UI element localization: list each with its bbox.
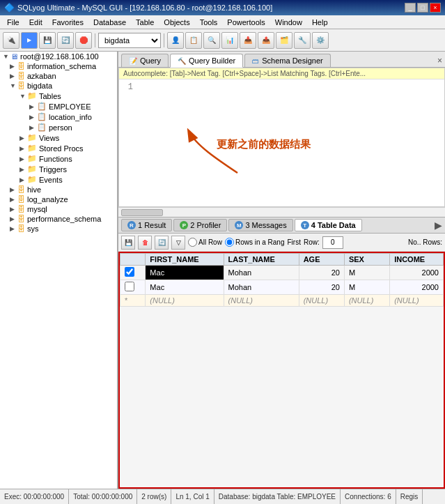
table-row[interactable]: Mac Mohan 20 M 2000 [120,280,444,295]
cell-last-name[interactable]: Mohan [224,266,299,280]
tree-table-location_info[interactable]: ▶ 📋 location_info [0,112,117,122]
col-last-name[interactable]: LAST_NAME [224,254,299,266]
tree-db-azkaban[interactable]: ▶ 🗄 azkaban [0,71,117,81]
cell-last-name-null[interactable]: (NULL) [224,295,299,307]
menu-powertools[interactable]: Powertools [223,17,269,28]
toolbar-user[interactable]: 👤 [167,32,184,49]
cell-income-null[interactable]: (NULL) [390,295,444,307]
tree-folder-functions[interactable]: ▶ 📁 Functions [0,153,117,164]
table-icon: 📋 [37,112,47,121]
data-table-container[interactable]: FIRST_NAME LAST_NAME AGE SEX INCOME Mac … [118,252,445,489]
minimize-button[interactable]: _ [405,3,416,13]
hscroll-area[interactable] [118,207,445,217]
tree-folder-triggers[interactable]: ▶ 📁 Triggers [0,164,117,174]
rows-in-range-radio[interactable] [225,238,234,247]
tree-folder-tables[interactable]: ▼ 📁 Tables [0,91,117,101]
menu-objects[interactable]: Objects [159,17,194,28]
tree-folder-views[interactable]: ▶ 📁 Views [0,132,117,143]
cell-income[interactable]: 2000 [390,266,444,280]
toolbar-more1[interactable]: 🗂️ [276,32,292,49]
next-tab-button[interactable]: ▶ [435,220,442,231]
cell-age[interactable]: 20 [299,280,344,295]
tree-db-hive[interactable]: ▶ 🗄 hive [0,185,117,194]
expand-icon: ▶ [29,103,35,110]
cell-first-name[interactable]: Mac [146,266,224,280]
all-rows-label[interactable]: All Row [188,238,222,247]
tab-profiler[interactable]: P 2 Profiler [173,219,227,231]
tree-db-bigdata[interactable]: ▼ 🗄 bigdata [0,81,117,91]
col-age[interactable]: AGE [299,254,344,266]
restore-button[interactable]: □ [417,3,428,13]
table-save-btn[interactable]: 💾 [121,236,135,250]
toolbar-refresh[interactable]: 🔄 [57,32,74,49]
all-rows-radio[interactable] [188,238,197,247]
tree-db-information_schema[interactable]: ▶ 🗄 information_schema [0,61,117,71]
toolbar-import[interactable]: 📥 [240,32,256,49]
toolbar-more2[interactable]: 🔧 [294,32,311,49]
toolbar-new-connection[interactable]: 🔌 [3,32,19,49]
tab-messages[interactable]: M 3 Messages [228,219,292,231]
tree-folder-events[interactable]: ▶ 📁 Events [0,174,117,185]
menu-favorites[interactable]: Favorites [48,17,88,28]
cell-first-name-null[interactable]: (NULL) [146,295,224,307]
tree-db-performance_schema[interactable]: ▶ 🗄 performance_schema [0,214,117,224]
menu-window[interactable]: Window [271,17,306,28]
hscroll-thumb[interactable] [121,209,163,216]
menu-help[interactable]: Help [308,17,332,28]
toolbar-schema[interactable]: 📋 [185,32,202,49]
cell-sex[interactable]: M [344,266,389,280]
tab-query[interactable]: 📝 Query [121,54,169,67]
menu-table[interactable]: Table [132,17,158,28]
tree-db-mysql[interactable]: ▶ 🗄 mysql [0,204,117,214]
row-checkbox[interactable] [125,267,134,277]
tab-schema-designer[interactable]: 🗃 Schema Designer [244,54,330,67]
toolbar-table-btn[interactable]: 📊 [221,32,238,49]
menu-tools[interactable]: Tools [196,17,222,28]
table-reload-btn[interactable]: 🔄 [155,236,169,250]
database-selector[interactable]: bigdata information_schema azkaban hive … [98,33,161,48]
menu-file[interactable]: File [3,17,24,28]
row-checkbox[interactable] [125,282,134,291]
menu-edit[interactable]: Edit [25,17,47,28]
cell-last-name[interactable]: Mohan [224,280,299,295]
toolbar-more3[interactable]: ⚙️ [312,32,329,49]
tree-folder-storedprocs[interactable]: ▶ 📁 Stored Procs [0,143,117,153]
table-row-edit[interactable]: * (NULL) (NULL) (NULL) (NULL) (NULL) [120,295,444,307]
tab-table-data[interactable]: T 4 Table Data [295,219,362,231]
table-delete-btn[interactable]: 🗑 [138,236,152,250]
table-filter-btn[interactable]: ▽ [171,236,185,250]
cell-sex-null[interactable]: (NULL) [344,295,389,307]
cell-age-null[interactable]: (NULL) [299,295,344,307]
close-button[interactable]: × [430,3,441,13]
bottom-tab-bar: R 1 Result P 2 Profiler M 3 Messages T 4… [118,217,445,234]
panel-close-btn[interactable]: × [435,54,445,67]
title-bar-title: 🔷 SQLyog Ultimate - MySQL GUI - [192.168… [4,3,272,13]
toolbar-stop[interactable]: 🛑 [75,32,92,49]
status-bar: Exec: 00:00:00:000 Total: 00:00:00:000 2… [0,489,445,504]
autocomplete-hint: Autocomplete: [Tab]->Next Tag. [Ctrl+Spa… [119,68,444,79]
col-sex[interactable]: SEX [344,254,389,266]
cell-first-name[interactable]: Mac [146,280,224,295]
toolbar-search[interactable]: 🔍 [203,32,220,49]
table-row[interactable]: Mac Mohan 20 M 2000 [120,266,444,280]
tree-table-person[interactable]: ▶ 📋 person [0,122,117,132]
tree-db-sys[interactable]: ▶ 🗄 sys [0,224,117,234]
toolbar-export[interactable]: 📤 [258,32,274,49]
rows-in-range-label[interactable]: Rows in a Rang [225,238,285,247]
tab-query-builder[interactable]: 🔨 Query Builder [170,54,243,68]
toolbar-open[interactable]: ▶ [21,32,38,49]
folder-icon: 📁 [27,144,37,153]
toolbar-save[interactable]: 💾 [39,32,56,49]
cell-age[interactable]: 20 [299,266,344,280]
menu-database[interactable]: Database [89,17,130,28]
col-first-name[interactable]: FIRST_NAME [146,254,224,266]
cell-sex[interactable]: M [344,280,389,295]
query-editor[interactable]: 1 [119,79,444,95]
tree-db-log_analyze[interactable]: ▶ 🗄 log_analyze [0,194,117,204]
tree-table-employee[interactable]: ▶ 📋 EMPLOYEE [0,101,117,112]
cell-income[interactable]: 2000 [390,280,444,295]
tab-result[interactable]: R 1 Result [121,219,172,231]
first-row-input[interactable] [322,236,343,249]
col-income[interactable]: INCOME [390,254,444,266]
tree-root[interactable]: ▼ 🖥 root@192.168.106.100 [0,52,117,61]
